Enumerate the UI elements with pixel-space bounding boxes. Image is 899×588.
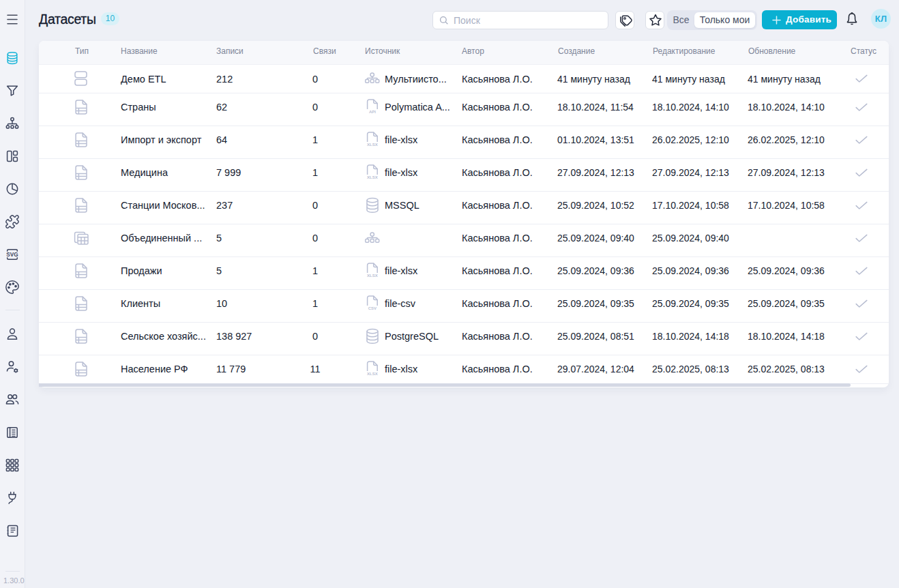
svg-text:CSV: CSV — [368, 306, 377, 310]
svg-text:XLSX: XLSX — [367, 142, 378, 146]
svg-text:API: API — [369, 109, 376, 113]
svg-text:XLSX: XLSX — [367, 175, 378, 179]
svg-text:SVG: SVG — [6, 252, 18, 258]
svg-text:XLSX: XLSX — [367, 371, 378, 375]
svg-text:XLSX: XLSX — [367, 273, 378, 277]
